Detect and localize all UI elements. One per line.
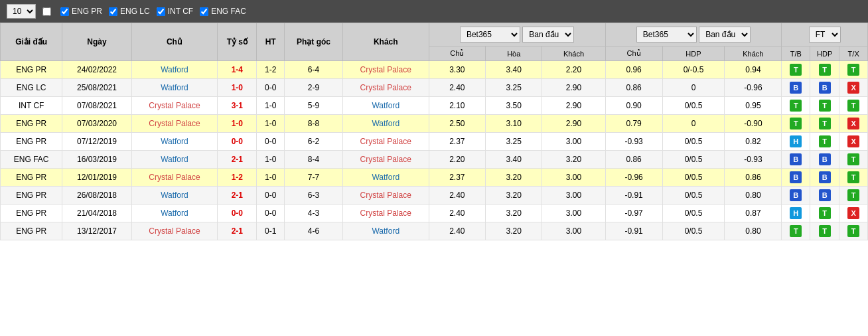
- cell-away[interactable]: Crystal Palace: [342, 187, 429, 205]
- cell-home[interactable]: Watford: [131, 205, 218, 222]
- cell-home[interactable]: Crystal Palace: [131, 222, 218, 240]
- cell-tx: X: [839, 115, 868, 133]
- cell-tb: B: [782, 187, 810, 205]
- cell-away[interactable]: Crystal Palace: [342, 133, 429, 151]
- cell-hdp: 0/-0.5: [662, 61, 725, 79]
- subh-hdp: HDP: [662, 46, 725, 61]
- cell-o1: 2.40: [429, 222, 485, 240]
- cell-tb: H: [782, 205, 810, 222]
- cell-away[interactable]: Watford: [342, 97, 429, 115]
- eng-fac-label: ENG FAC: [211, 7, 246, 16]
- eng-fac-checkbox[interactable]: [200, 7, 208, 16]
- cell-league: ENG FAC: [1, 151, 62, 169]
- cell-h1: -0.91: [605, 187, 662, 205]
- cell-away[interactable]: Watford: [342, 222, 429, 240]
- cell-away[interactable]: Crystal Palace: [342, 151, 429, 169]
- int-cf-checkbox-label[interactable]: INT CF: [157, 7, 193, 16]
- ha-same-checkbox[interactable]: [42, 7, 51, 16]
- cell-league: ENG LC: [1, 79, 62, 97]
- cell-ht: 1-0: [257, 97, 285, 115]
- cell-score: 2-1: [218, 187, 257, 205]
- cell-hdp2: T: [810, 97, 839, 115]
- subh-tx: T/X: [839, 46, 868, 61]
- cell-o2: 3.40: [486, 61, 542, 79]
- eng-lc-label: ENG LC: [120, 7, 150, 16]
- cell-ht: 0-0: [257, 187, 285, 205]
- cell-home[interactable]: Watford: [131, 79, 218, 97]
- cell-corners: 6-4: [284, 61, 342, 79]
- cell-h2: 0.95: [725, 97, 782, 115]
- cell-tx: T: [839, 187, 868, 205]
- cell-date: 07/12/2019: [62, 133, 131, 151]
- ha-same-checkbox-label[interactable]: [42, 7, 54, 16]
- cell-hdp2: T: [810, 61, 839, 79]
- table-row: ENG LC 25/08/2021 Watford 1-0 0-0 2-9 Cr…: [1, 79, 868, 97]
- cell-o3: 2.90: [542, 79, 605, 97]
- ft-select[interactable]: FT HT: [809, 27, 841, 42]
- cell-score: 1-2: [218, 169, 257, 187]
- cell-tb: T: [782, 222, 810, 240]
- cell-tb: B: [782, 169, 810, 187]
- cell-tx: T: [839, 61, 868, 79]
- int-cf-checkbox[interactable]: [157, 7, 165, 16]
- cell-home[interactable]: Watford: [131, 61, 218, 79]
- cell-h2: 0.80: [725, 222, 782, 240]
- cell-o3: 3.00: [542, 133, 605, 151]
- cell-home[interactable]: Crystal Palace: [131, 115, 218, 133]
- cell-h1: 0.86: [605, 151, 662, 169]
- table-row: ENG PR 12/01/2019 Crystal Palace 1-2 1-0…: [1, 169, 868, 187]
- cell-hdp2: B: [810, 79, 839, 97]
- cell-score: 0-0: [218, 133, 257, 151]
- bet-select-2[interactable]: Bet365 William Hill: [636, 27, 697, 42]
- col-home: Chủ: [131, 23, 218, 61]
- table-row: ENG PR 24/02/2022 Watford 1-4 1-2 6-4 Cr…: [1, 61, 868, 79]
- cell-h2: 0.87: [725, 205, 782, 222]
- cell-hdp: 0/0.5: [662, 187, 725, 205]
- col-away: Khách: [342, 23, 429, 61]
- cell-date: 13/12/2017: [62, 222, 131, 240]
- cell-o3: 2.90: [542, 97, 605, 115]
- eng-lc-checkbox-label[interactable]: ENG LC: [109, 7, 150, 16]
- subh-chu2: Chủ: [605, 46, 662, 61]
- count-select[interactable]: 10 20 30: [7, 4, 36, 19]
- cell-tx: T: [839, 222, 868, 240]
- cell-o2: 3.25: [486, 133, 542, 151]
- cell-league: ENG PR: [1, 187, 62, 205]
- bet-select-1[interactable]: Bet365 William Hill: [460, 27, 520, 42]
- cell-h1: 0.79: [605, 115, 662, 133]
- cell-home[interactable]: Watford: [131, 151, 218, 169]
- cell-home[interactable]: Crystal Palace: [131, 97, 218, 115]
- cell-corners: 6-3: [284, 187, 342, 205]
- cell-away[interactable]: Watford: [342, 169, 429, 187]
- cell-home[interactable]: Watford: [131, 133, 218, 151]
- cell-home[interactable]: Crystal Palace: [131, 169, 218, 187]
- cell-o1: 2.37: [429, 169, 485, 187]
- cell-h1: 0.96: [605, 61, 662, 79]
- cell-o1: 2.50: [429, 115, 485, 133]
- cell-o3: 2.20: [542, 61, 605, 79]
- cell-h1: 0.90: [605, 97, 662, 115]
- eng-fac-checkbox-label[interactable]: ENG FAC: [200, 7, 246, 16]
- cell-away[interactable]: Crystal Palace: [342, 61, 429, 79]
- cell-away[interactable]: Watford: [342, 115, 429, 133]
- cell-ht: 0-0: [257, 205, 285, 222]
- cell-away[interactable]: Crystal Palace: [342, 205, 429, 222]
- cell-away[interactable]: Crystal Palace: [342, 79, 429, 97]
- phase-select-2[interactable]: Ban đầu Live: [699, 27, 751, 42]
- eng-pr-checkbox-label[interactable]: ENG PR: [60, 7, 102, 16]
- cell-corners: 8-8: [284, 115, 342, 133]
- cell-ht: 1-0: [257, 115, 285, 133]
- cell-hdp: 0/0.5: [662, 169, 725, 187]
- phase-select-1[interactable]: Ban đầu Live: [522, 27, 574, 42]
- cell-tb: B: [782, 151, 810, 169]
- table-row: ENG PR 21/04/2018 Watford 0-0 0-0 4-3 Cr…: [1, 205, 868, 222]
- cell-o3: 3.00: [542, 169, 605, 187]
- cell-h2: 0.86: [725, 169, 782, 187]
- cell-home[interactable]: Watford: [131, 187, 218, 205]
- top-bar: 10 20 30 ENG PR ENG LC INT CF ENG FAC: [0, 0, 868, 23]
- eng-pr-checkbox[interactable]: [60, 7, 69, 16]
- cell-o2: 3.20: [486, 187, 542, 205]
- cell-score: 0-0: [218, 205, 257, 222]
- eng-lc-checkbox[interactable]: [109, 7, 117, 16]
- cell-tb: T: [782, 61, 810, 79]
